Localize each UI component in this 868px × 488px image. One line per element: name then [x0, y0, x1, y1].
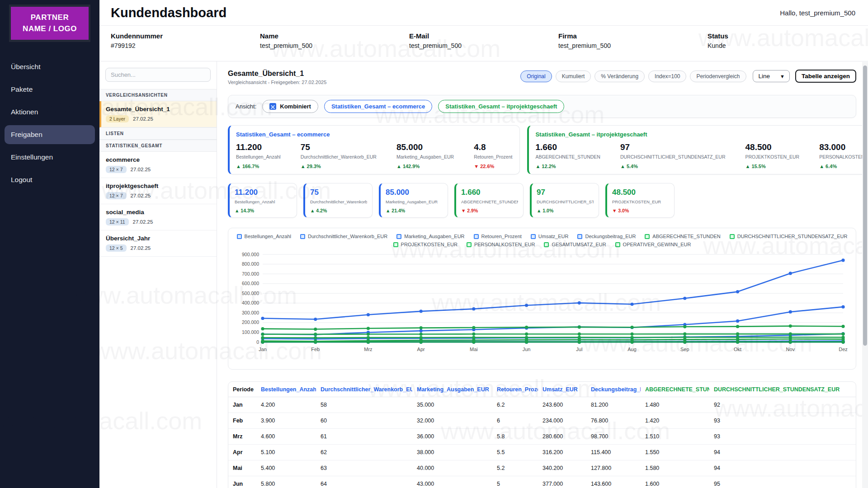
chart-type-select[interactable]: Line ▼: [753, 70, 790, 82]
legend-item[interactable]: Retouren_Prozent: [474, 234, 522, 239]
data-point[interactable]: [261, 339, 264, 343]
legend-item[interactable]: Bestellungen_Anzahl: [237, 234, 291, 239]
data-point[interactable]: [578, 333, 581, 336]
data-point[interactable]: [630, 338, 633, 342]
data-point[interactable]: [314, 336, 317, 339]
legend-item[interactable]: Durchschnittlicher_Warenkorb_EUR: [300, 234, 387, 239]
sidebar-item-logout[interactable]: Logout: [0, 170, 99, 189]
data-point[interactable]: [683, 297, 686, 300]
data-point[interactable]: [841, 325, 844, 328]
data-point[interactable]: [789, 310, 792, 314]
mode-button-vernderung[interactable]: % Veränderung: [594, 70, 645, 82]
data-point[interactable]: [736, 325, 739, 328]
data-point[interactable]: [420, 333, 423, 336]
data-point[interactable]: [525, 304, 528, 307]
data-point[interactable]: [578, 338, 581, 341]
column-header[interactable]: Durchschnittlicher_Warenkorb_EUR: [316, 382, 412, 397]
mode-button-original[interactable]: Original: [520, 70, 552, 82]
data-point[interactable]: [789, 272, 792, 275]
sidebar-item-bersicht[interactable]: Übersicht: [0, 57, 99, 76]
data-point[interactable]: [736, 333, 739, 336]
search-input[interactable]: [105, 68, 211, 82]
column-header[interactable]: Umsatz_EUR: [538, 382, 586, 397]
column-header[interactable]: ABGERECHNETE_STUNDEN: [641, 382, 709, 397]
data-point[interactable]: [261, 336, 264, 339]
data-point[interactable]: [314, 328, 317, 331]
data-point[interactable]: [736, 290, 739, 293]
mode-button-index100[interactable]: Index=100: [648, 70, 686, 82]
data-point[interactable]: [789, 333, 792, 336]
data-point[interactable]: [261, 333, 264, 336]
data-point[interactable]: [841, 258, 844, 262]
data-point[interactable]: [420, 310, 423, 313]
data-point[interactable]: [314, 333, 317, 336]
data-point[interactable]: [472, 338, 475, 342]
data-point[interactable]: [736, 319, 739, 323]
legend-item[interactable]: Marketing_Ausgaben_EUR: [396, 234, 464, 239]
list-item[interactable]: itprojektgeschaeft12 × 727.02.25: [99, 178, 217, 204]
sidebar-item-einstellungen[interactable]: Einstellungen: [0, 148, 99, 167]
data-point[interactable]: [630, 333, 633, 336]
list-item[interactable]: ecommerce12 × 727.02.25: [99, 152, 217, 178]
list-item[interactable]: social_media12 × 1127.02.25: [99, 204, 217, 230]
ansicht-tab[interactable]: Statistiken_Gesamt – ecommerce: [324, 100, 432, 113]
data-point[interactable]: [472, 307, 475, 310]
data-point[interactable]: [841, 340, 844, 343]
legend-item[interactable]: DURCHSCHNITTLICHER_STUNDENSATZ_EUR: [730, 234, 848, 239]
data-point[interactable]: [841, 305, 844, 309]
list-item[interactable]: Übersicht_Jahr12 × 527.02.25: [99, 230, 217, 257]
data-point[interactable]: [525, 338, 528, 342]
data-point[interactable]: [578, 325, 581, 328]
column-header[interactable]: Bestellungen_Anzahl: [256, 382, 316, 397]
show-table-button[interactable]: Tabelle anzeigen: [795, 70, 856, 83]
data-point[interactable]: [261, 317, 264, 320]
data-point[interactable]: [736, 338, 739, 341]
ansicht-tab[interactable]: Statistiken_Gesamt – itprojektgeschaeft: [438, 100, 564, 113]
data-point[interactable]: [841, 338, 844, 341]
data-point[interactable]: [630, 326, 633, 329]
mode-button-kumuliert[interactable]: Kumuliert: [556, 70, 591, 82]
data-point[interactable]: [578, 301, 581, 305]
data-point[interactable]: [472, 333, 475, 336]
list-item[interactable]: Gesamte_Übersicht_12 Layer27.02.25: [99, 101, 217, 127]
column-header[interactable]: DURCHSCHNITTLICHER_STUNDENSATZ_EUR: [709, 382, 856, 397]
data-point[interactable]: [683, 333, 686, 336]
vertical-scrollbar[interactable]: [862, 62, 868, 488]
data-point[interactable]: [789, 340, 792, 343]
column-header[interactable]: Deckungsbeitrag_EUR: [586, 382, 641, 397]
data-point[interactable]: [630, 303, 633, 306]
data-point[interactable]: [367, 327, 370, 330]
data-point[interactable]: [525, 326, 528, 329]
column-header[interactable]: Retouren_Prozent: [492, 382, 538, 397]
data-point[interactable]: [789, 324, 792, 328]
mode-button-periodenvergleich[interactable]: Periodenvergleich: [690, 70, 746, 82]
column-header[interactable]: Periode: [228, 382, 256, 397]
sidebar-item-pakete[interactable]: Pakete: [0, 80, 99, 99]
data-point[interactable]: [367, 339, 370, 343]
column-header[interactable]: Marketing_Ausgaben_EUR: [412, 382, 492, 397]
sidebar-item-aktionen[interactable]: Aktionen: [0, 103, 99, 122]
legend-item[interactable]: PERSONALKOSTEN_EUR: [467, 242, 535, 247]
data-point[interactable]: [420, 338, 423, 342]
data-point[interactable]: [261, 327, 264, 330]
data-point[interactable]: [841, 333, 844, 336]
data-point[interactable]: [314, 318, 317, 321]
data-point[interactable]: [314, 340, 317, 343]
data-point[interactable]: [472, 326, 475, 329]
data-point[interactable]: [789, 338, 792, 341]
scrollbar-thumb[interactable]: [863, 66, 867, 346]
data-point[interactable]: [420, 326, 423, 329]
legend-item[interactable]: PROJEKTKOSTEN_EUR: [393, 242, 458, 247]
data-point[interactable]: [683, 338, 686, 341]
sidebar-item-freigaben[interactable]: Freigaben: [5, 125, 95, 144]
legend-item[interactable]: Umsatz_EUR: [531, 234, 569, 239]
data-point[interactable]: [420, 329, 423, 333]
legend-item[interactable]: GESAMTUMSATZ_EUR: [544, 242, 606, 247]
ansicht-tab[interactable]: Kombiniert: [262, 100, 318, 113]
data-point[interactable]: [367, 336, 370, 339]
data-point[interactable]: [367, 333, 370, 336]
data-point[interactable]: [525, 333, 528, 336]
data-point[interactable]: [367, 313, 370, 316]
legend-item[interactable]: OPERATIVER_GEWINN_EUR: [615, 242, 691, 247]
legend-item[interactable]: ABGERECHNETE_STUNDEN: [645, 234, 720, 239]
